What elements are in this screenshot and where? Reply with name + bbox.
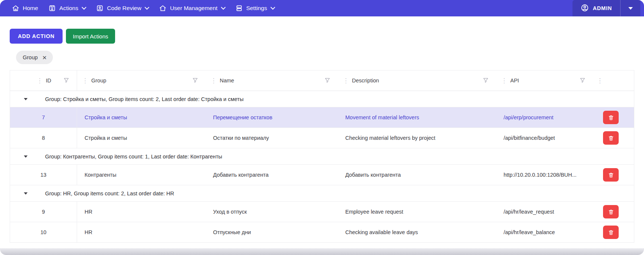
cell-name: Перемещение остатков — [206, 114, 338, 120]
cell-id: 13 — [10, 165, 77, 185]
table-row[interactable]: 10 HR Отпускные дни Checking available l… — [10, 222, 634, 243]
group-filter-chip-label: Group — [23, 54, 38, 60]
cell-description: Movement of material leftovers — [338, 114, 496, 120]
cell-id: 10 — [10, 222, 77, 242]
cell-group: Стройка и сметы — [77, 114, 206, 120]
collapse-caret-icon[interactable] — [24, 192, 28, 195]
caret-down-icon — [628, 7, 633, 10]
cell-api: http://10.20.0.100:1208/BUH... — [496, 172, 593, 178]
stack-icon — [235, 4, 243, 12]
column-label: Description — [352, 78, 379, 84]
cell-description: Checking material leftovers by project — [338, 135, 496, 141]
table-row[interactable]: 13 Контрагенты Добавить контрагента Доба… — [10, 165, 634, 185]
badge-icon — [96, 4, 104, 12]
column-header-api[interactable]: ⋮ API — [496, 70, 593, 91]
collapse-caret-icon[interactable] — [24, 98, 28, 100]
column-label: ID — [46, 78, 51, 84]
column-header-name[interactable]: ⋮ Name — [206, 70, 338, 91]
admin-menu-button[interactable]: ADMIN — [572, 0, 620, 16]
delete-button[interactable] — [603, 131, 619, 145]
cell-name: Отпускные дни — [206, 229, 338, 235]
window-bottom-edge — [0, 248, 644, 255]
cell-api: /api/bitfinance/budget — [496, 135, 593, 141]
drag-handle-icon[interactable]: ⋮ — [211, 79, 216, 82]
nav-item-settings[interactable]: Settings — [230, 0, 280, 16]
column-label: Name — [220, 78, 234, 84]
cell-api: /api/hr/leave_balance — [496, 229, 593, 235]
cell-description: Checking available leave days — [338, 229, 496, 235]
cell-name: Остатки по материалу — [206, 135, 338, 141]
cell-name: Уход в отпуск — [206, 209, 338, 215]
nav-item-home[interactable]: Home — [7, 0, 43, 16]
drag-handle-icon[interactable]: ⋮ — [82, 79, 88, 82]
group-filter-chip[interactable]: Group ✕ — [16, 51, 53, 64]
cell-description: Добавить контрагента — [338, 172, 496, 178]
trash-icon — [608, 172, 614, 178]
table-row[interactable]: 9 HR Уход в отпуск Employee leave reques… — [10, 202, 634, 222]
admin-dropdown-button[interactable] — [620, 0, 640, 16]
chevron-down-icon — [221, 5, 226, 10]
app-window: Home Actions Code Review User Management — [0, 0, 644, 255]
nav-item-label: Actions — [59, 5, 78, 12]
close-icon[interactable]: ✕ — [42, 55, 47, 60]
admin-label: ADMIN — [593, 5, 612, 11]
add-action-button[interactable]: ADD ACTION — [10, 29, 63, 44]
group-header-label: Group: HR, Group items count: 2, Last or… — [45, 191, 174, 196]
cell-group: Контрагенты — [77, 172, 206, 178]
group-header-row[interactable]: Group: HR, Group items count: 2, Last or… — [10, 185, 634, 202]
filter-icon[interactable] — [192, 77, 198, 84]
column-header-group[interactable]: ⋮ Group — [77, 70, 206, 91]
actions-table: ⋮ ID ⋮ Group ⋮ Name ⋮ Description — [10, 70, 634, 243]
column-label: Group — [91, 78, 106, 84]
chevron-down-icon — [145, 5, 150, 10]
group-header-label: Group: Контрагенты, Group items count: 1… — [45, 154, 222, 160]
cell-api: /api/erp/procurement — [496, 114, 593, 120]
column-header-actions: ⋮ — [593, 70, 634, 91]
table-row[interactable]: 8 Стройка и сметы Остатки по материалу C… — [10, 128, 634, 148]
table-header-row: ⋮ ID ⋮ Group ⋮ Name ⋮ Description — [10, 70, 634, 91]
home-icon — [12, 4, 19, 12]
trash-icon — [608, 135, 614, 141]
trash-icon — [608, 114, 614, 121]
delete-button[interactable] — [603, 205, 619, 218]
nav-item-label: Home — [23, 5, 38, 12]
group-header-row[interactable]: Group: Контрагенты, Group items count: 1… — [10, 148, 634, 165]
column-label: API — [510, 78, 519, 84]
nav-item-user-management[interactable]: User Management — [154, 0, 230, 16]
drag-handle-icon[interactable]: ⋮ — [501, 79, 507, 82]
home-icon — [159, 4, 166, 12]
nav-item-label: Code Review — [107, 5, 141, 12]
trash-icon — [608, 209, 614, 215]
cell-group: HR — [77, 229, 206, 235]
nav-item-actions[interactable]: Actions — [43, 0, 91, 16]
nav-item-label: Settings — [246, 5, 267, 12]
kebab-menu-icon[interactable]: ⋮ — [597, 77, 603, 85]
delete-button[interactable] — [603, 168, 619, 182]
column-header-id[interactable]: ⋮ ID — [10, 70, 77, 91]
group-header-label: Group: Стройка и сметы, Group items coun… — [45, 96, 244, 102]
nav-item-code-review[interactable]: Code Review — [91, 0, 154, 16]
cell-description: Employee leave request — [338, 209, 496, 215]
import-actions-button[interactable]: Import Actions — [66, 29, 115, 44]
delete-button[interactable] — [603, 111, 619, 124]
filter-icon[interactable] — [324, 77, 330, 84]
cell-name: Добавить контрагента — [206, 172, 338, 178]
chevron-down-icon — [270, 5, 275, 10]
collapse-caret-icon[interactable] — [24, 155, 28, 158]
cell-api: /api/hr/leave_request — [496, 209, 593, 215]
filter-icon[interactable] — [483, 77, 489, 84]
filter-icon[interactable] — [63, 77, 69, 84]
filter-icon[interactable] — [580, 77, 586, 84]
chevron-down-icon — [82, 5, 86, 10]
drag-handle-icon[interactable]: ⋮ — [343, 79, 349, 82]
nav-item-label: User Management — [170, 5, 218, 12]
top-navbar: Home Actions Code Review User Management — [0, 0, 644, 16]
group-header-row[interactable]: Group: Стройка и сметы, Group items coun… — [10, 91, 634, 107]
delete-button[interactable] — [603, 226, 619, 239]
cell-id: 7 — [10, 107, 77, 128]
filter-chip-row: Group ✕ — [10, 51, 634, 64]
cell-id: 8 — [10, 128, 77, 148]
table-row[interactable]: 7 Стройка и сметы Перемещение остатков M… — [10, 107, 634, 128]
drag-handle-icon[interactable]: ⋮ — [37, 79, 42, 82]
column-header-description[interactable]: ⋮ Description — [338, 70, 496, 91]
